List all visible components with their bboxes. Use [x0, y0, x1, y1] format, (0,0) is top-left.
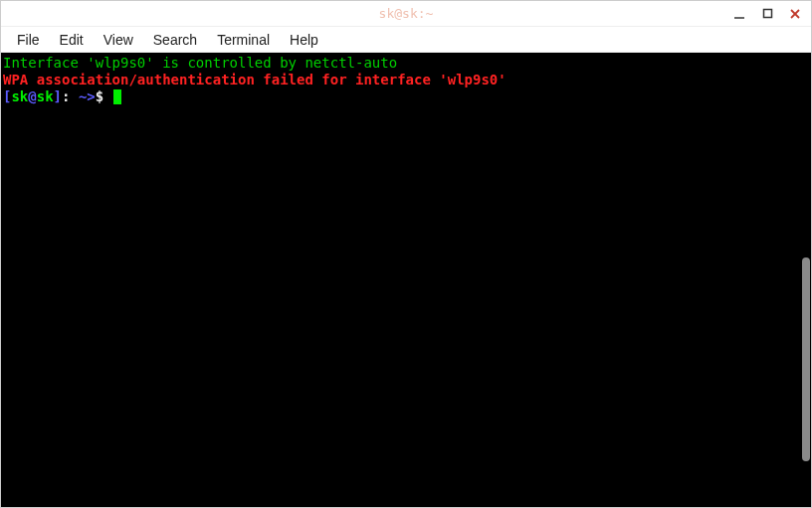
prompt-dollar: $	[96, 88, 112, 104]
menu-help[interactable]: Help	[280, 29, 328, 51]
scrollbar-thumb[interactable]	[802, 257, 810, 462]
minimize-icon	[733, 8, 745, 20]
terminal-output[interactable]: Interface 'wlp9s0' is controlled by netc…	[3, 55, 809, 505]
menubar: File Edit View Search Terminal Help	[1, 27, 811, 53]
prompt-colon: :	[62, 88, 79, 104]
menu-search[interactable]: Search	[143, 29, 207, 51]
menu-edit[interactable]: Edit	[50, 29, 94, 51]
prompt-at: @	[28, 88, 36, 104]
prompt-user: sk	[11, 88, 28, 104]
window-title: sk@sk:~	[379, 6, 434, 21]
maximize-icon	[762, 8, 773, 19]
scrollbar[interactable]	[801, 53, 811, 507]
terminal-area[interactable]: Interface 'wlp9s0' is controlled by netc…	[1, 53, 811, 507]
menu-view[interactable]: View	[94, 29, 143, 51]
svg-rect-1	[763, 10, 771, 18]
output-line: Interface 'wlp9s0' is controlled by netc…	[3, 55, 397, 71]
prompt-bracket: ]	[54, 88, 62, 104]
output-line-error: WPA association/authentication failed fo…	[3, 72, 507, 87]
terminal-window: sk@sk:~ File Edit View Search Terminal H…	[0, 0, 812, 508]
prompt-path: ~>	[79, 88, 96, 104]
window-controls	[729, 1, 805, 26]
maximize-button[interactable]	[757, 4, 777, 24]
minimize-button[interactable]	[729, 4, 749, 24]
prompt-host: sk	[37, 88, 54, 104]
close-icon	[789, 8, 801, 20]
cursor	[113, 89, 121, 104]
menu-file[interactable]: File	[7, 29, 50, 51]
close-button[interactable]	[785, 4, 805, 24]
titlebar: sk@sk:~	[1, 1, 811, 27]
menu-terminal[interactable]: Terminal	[207, 29, 280, 51]
